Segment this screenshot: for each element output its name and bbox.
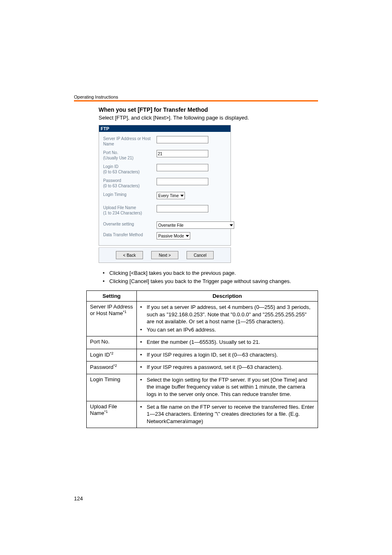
footnote-ref: *2	[110, 351, 113, 355]
table-row: Upload File Name*1 Set a file name on th…	[87, 401, 318, 428]
note-cancel: Clicking [Cancel] takes you back to the …	[103, 278, 318, 285]
cell-description: If your ISP requires a login ID, set it …	[137, 349, 318, 362]
form-row-timing: Login Timing Every Time	[103, 190, 226, 201]
overwrite-select[interactable]: Overwrite File	[157, 221, 234, 229]
th-setting: Setting	[87, 291, 137, 302]
desc-bullet: You can set an IPv6 address.	[140, 326, 314, 334]
ftp-form-screenshot: FTP Server IP Address or Host Name Port …	[99, 125, 231, 246]
cell-setting: Login Timing	[87, 374, 137, 401]
form-row-overwrite: Overwrite setting Overwrite File	[103, 220, 226, 230]
next-button[interactable]: Next >	[151, 251, 178, 259]
settings-table: Setting Description Server IP Address or…	[86, 290, 318, 428]
header-rule	[74, 100, 318, 101]
desc-bullet: If your ISP requires a login ID, set it …	[140, 351, 314, 359]
footnote-ref: *1	[104, 410, 108, 414]
server-ip-input[interactable]	[157, 136, 208, 143]
form-body: Server IP Address or Host Name Port No. …	[99, 132, 231, 245]
footnote-ref: *2	[113, 364, 117, 368]
upload-file-label: Upload File Name (1 to 234 Characters)	[103, 205, 157, 216]
desc-bullet: If your ISP requires a password, set it …	[140, 364, 314, 371]
desc-bullet: Enter the number (1—65535). Usually set …	[140, 339, 314, 346]
cancel-button[interactable]: Cancel	[187, 251, 214, 259]
section-heading: When you set [FTP] for Transfer Method	[99, 106, 318, 113]
cell-description: Select the login setting for the FTP ser…	[137, 374, 318, 401]
table-row: Server IP Address or Host Name*1 If you …	[87, 302, 318, 336]
cell-setting: Password*2	[87, 362, 137, 374]
cell-description: If your ISP requires a password, set it …	[137, 362, 318, 374]
transfer-method-select[interactable]: Passive Mode	[157, 232, 190, 240]
password-label: Password (0 to 63 Characters)	[103, 178, 157, 189]
form-row-port: Port No. (Usually Use 21) 21	[103, 148, 226, 162]
login-id-input[interactable]	[157, 164, 208, 171]
cell-setting: Upload File Name*1	[87, 401, 137, 428]
back-button[interactable]: < Back	[116, 251, 143, 259]
cell-description: Enter the number (1—65535). Usually set …	[137, 336, 318, 349]
running-header: Operating Instructions	[74, 94, 318, 99]
login-timing-select[interactable]: Every Time	[157, 192, 185, 199]
form-title-bar: FTP	[99, 125, 231, 132]
cell-description: If you set a server IP address, set 4 nu…	[137, 302, 318, 336]
cell-setting: Server IP Address or Host Name*1	[87, 302, 137, 336]
desc-bullet: If you set a server IP address, set 4 nu…	[140, 304, 314, 325]
login-id-label: Login ID (0 to 63 Characters)	[103, 164, 157, 175]
notes-list: Clicking [<Back] takes you back to the p…	[103, 269, 318, 285]
form-row-login: Login ID (0 to 63 Characters)	[103, 162, 226, 176]
cell-setting: Login ID*2	[87, 349, 137, 362]
overwrite-label: Overwrite setting	[103, 221, 157, 227]
page-number: 124	[74, 495, 83, 502]
desc-bullet: Set a file name on the FTP server to rec…	[140, 403, 314, 425]
note-back: Clicking [<Back] takes you back to the p…	[103, 269, 318, 277]
table-row: Login ID*2 If your ISP requires a login …	[87, 349, 318, 362]
login-timing-label: Login Timing	[103, 192, 157, 197]
footnote-ref: *1	[123, 310, 127, 314]
form-row-upload: Upload File Name (1 to 234 Characters)	[103, 201, 226, 220]
form-buttons-screenshot: < Back Next > Cancel	[99, 247, 318, 263]
th-description: Description	[137, 291, 318, 302]
form-row-password: Password (0 to 63 Characters)	[103, 176, 226, 190]
password-input[interactable]	[157, 178, 208, 185]
port-label: Port No. (Usually Use 21)	[103, 150, 157, 161]
form-row-server: Server IP Address or Host Name	[103, 134, 226, 148]
form-row-method: Data Transfer Method Passive Mode	[103, 230, 226, 241]
transfer-method-label: Data Transfer Method	[103, 232, 157, 237]
table-row: Port No. Enter the number (1—65535). Usu…	[87, 336, 318, 349]
cell-description: Set a file name on the FTP server to rec…	[137, 401, 318, 428]
cell-setting: Port No.	[87, 336, 137, 349]
intro-text: Select [FTP], and click [Next>]. The fol…	[99, 115, 318, 121]
server-ip-label: Server IP Address or Host Name	[103, 136, 157, 147]
table-row: Password*2 If your ISP requires a passwo…	[87, 362, 318, 374]
document-page: Operating Instructions When you set [FTP…	[0, 0, 392, 555]
port-input[interactable]: 21	[157, 150, 208, 157]
upload-file-input[interactable]	[157, 205, 208, 212]
table-row: Login Timing Select the login setting fo…	[87, 374, 318, 401]
desc-bullet: Select the login setting for the FTP ser…	[140, 376, 314, 398]
